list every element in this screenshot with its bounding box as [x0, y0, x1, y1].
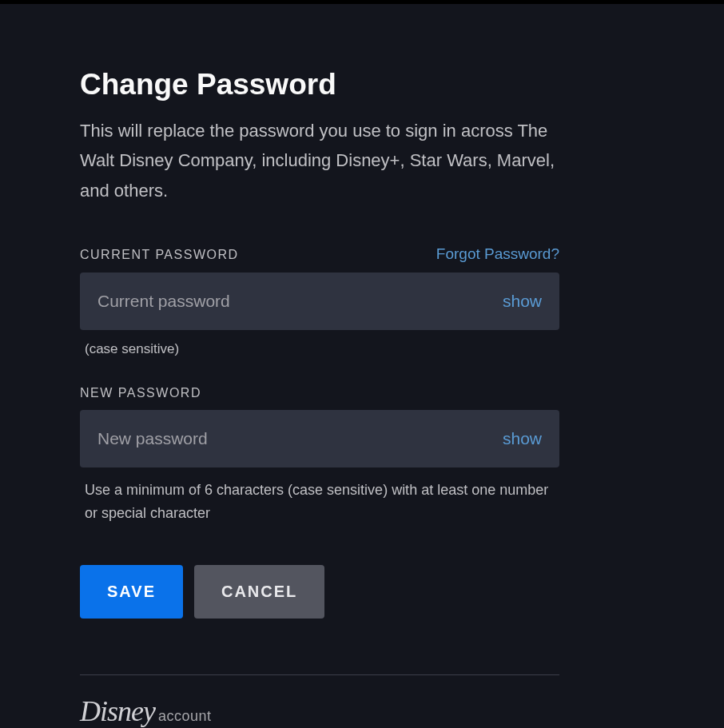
current-password-input[interactable] — [80, 273, 559, 330]
new-password-label-row: NEW PASSWORD — [80, 386, 559, 400]
current-password-input-wrapper: show — [80, 273, 559, 330]
footer-logo: Disney account — [80, 694, 559, 728]
button-row: SAVE CANCEL — [80, 565, 559, 619]
current-password-show-toggle[interactable]: show — [503, 292, 542, 311]
current-password-label: CURRENT PASSWORD — [80, 248, 239, 262]
footer-divider — [80, 674, 559, 675]
page-description: This will replace the password you use t… — [80, 116, 559, 205]
current-password-helper: (case sensitive) — [80, 341, 559, 357]
current-password-label-row: CURRENT PASSWORD Forgot Password? — [80, 245, 559, 263]
new-password-helper: Use a minimum of 6 characters (case sens… — [80, 479, 559, 525]
logo-suffix: account — [158, 708, 212, 725]
change-password-form: Change Password This will replace the pa… — [0, 4, 639, 728]
new-password-show-toggle[interactable]: show — [503, 429, 542, 448]
save-button[interactable]: SAVE — [80, 565, 183, 619]
new-password-input[interactable] — [80, 410, 559, 467]
forgot-password-link[interactable]: Forgot Password? — [436, 245, 559, 263]
logo-brand: Disney — [80, 694, 155, 728]
new-password-input-wrapper: show — [80, 410, 559, 467]
cancel-button[interactable]: CANCEL — [194, 565, 324, 619]
page-title: Change Password — [80, 68, 559, 101]
new-password-label: NEW PASSWORD — [80, 386, 201, 400]
